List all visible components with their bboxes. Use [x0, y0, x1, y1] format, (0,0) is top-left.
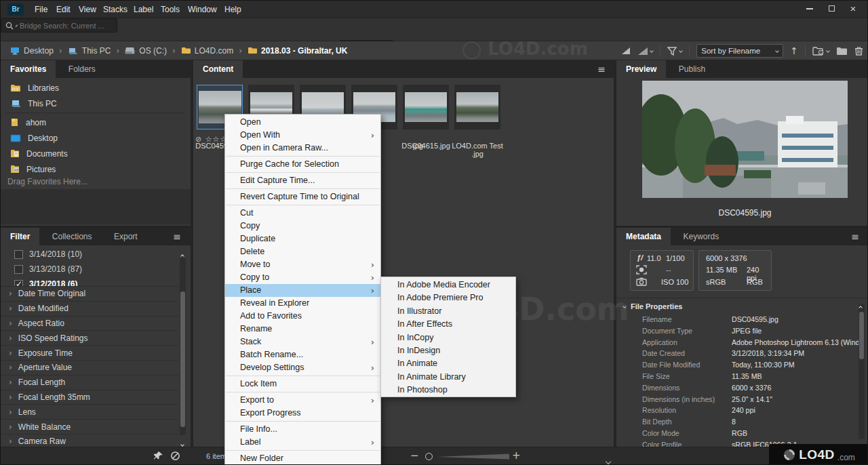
breadcrumb-current-folder[interactable]: 2018.03 - Gibraltar, UK — [248, 46, 347, 56]
view-options-chevron-icon[interactable] — [606, 454, 610, 465]
submenu-item-after-effects[interactable]: In After Effects — [381, 318, 515, 331]
search-chevron-icon[interactable] — [16, 24, 18, 27]
menu-item-stack[interactable]: Stack› — [225, 336, 380, 348]
menu-item-rename[interactable]: Rename — [225, 323, 380, 336]
sidebar-item-this-pc[interactable]: This PC — [1, 96, 191, 111]
menu-item-purge-cache[interactable]: Purge Cache for Selection — [225, 158, 380, 171]
menu-item-copy-to[interactable]: Copy to› — [225, 271, 380, 284]
menu-item-new-folder[interactable]: New Folder — [225, 452, 380, 465]
menu-item-cut[interactable]: Cut — [225, 207, 380, 220]
menu-item-add-to-favorites[interactable]: Add to Favorites — [225, 310, 380, 323]
breadcrumb-lo4d[interactable]: LO4D.com — [181, 46, 233, 56]
keep-filter-pin-icon[interactable] — [153, 451, 163, 461]
tab-publish[interactable]: Publish — [669, 60, 715, 78]
menu-item-open-in-camera-raw[interactable]: Open in Camera Raw... — [225, 142, 380, 155]
zoom-out-button[interactable]: − — [410, 449, 419, 462]
menu-item-copy[interactable]: Copy — [225, 220, 380, 232]
tab-filter[interactable]: Filter — [1, 228, 39, 245]
breadcrumb-this-pc[interactable]: This PC — [68, 46, 111, 56]
filter-group-date-modified[interactable]: ›Date Modified — [1, 301, 178, 316]
menu-item-revert-capture-time[interactable]: Revert Capture Time to Original — [225, 190, 380, 203]
filter-group-focal-length[interactable]: ›Focal Length — [1, 375, 178, 390]
menu-item-batch-rename[interactable]: Batch Rename... — [225, 348, 380, 361]
filter-group-iso-speed[interactable]: ›ISO Speed Ratings — [1, 330, 178, 345]
filter-group-lens[interactable]: ›Lens — [1, 404, 178, 419]
menu-item-move-to[interactable]: Move to› — [225, 258, 380, 271]
tab-preview[interactable]: Preview — [616, 60, 666, 78]
zoom-in-button[interactable]: + — [512, 449, 521, 462]
filter-date-row[interactable]: 3/13/2018 (87) — [1, 262, 178, 277]
thumbnail-quality-icon[interactable] — [621, 47, 631, 55]
submenu-item-animate-library[interactable]: In Animate Library — [381, 371, 515, 384]
menu-item-duplicate[interactable]: Duplicate — [225, 232, 380, 245]
filter-date-row[interactable]: 3/14/2018 (10) — [1, 247, 178, 262]
tab-folders[interactable]: Folders — [59, 60, 105, 78]
sidebar-item-documents[interactable]: Documents — [1, 146, 191, 161]
new-folder-icon[interactable] — [836, 47, 848, 56]
file-properties-header[interactable]: File Properties — [623, 302, 682, 310]
thumbnail-tile[interactable] — [454, 85, 500, 129]
menu-item-file-info[interactable]: File Info... — [225, 423, 380, 436]
thumbnail-quality-options-icon[interactable] — [637, 47, 653, 56]
sort-ascending-icon[interactable]: ↑ — [790, 45, 798, 56]
tab-content[interactable]: Content — [193, 60, 243, 78]
tab-keywords[interactable]: Keywords — [673, 228, 728, 245]
menu-item-delete[interactable]: Delete — [225, 245, 380, 258]
menu-item-export-to[interactable]: Export to› — [225, 394, 380, 407]
thumbnail-size-slider[interactable] — [436, 452, 509, 461]
content-menu-icon[interactable]: ≡ — [597, 64, 606, 75]
filter-checkbox[interactable] — [14, 265, 23, 274]
menu-item-reveal-in-explorer[interactable]: Reveal in Explorer — [225, 297, 380, 310]
search-input[interactable] — [20, 22, 116, 30]
submenu-item-animate[interactable]: In Animate — [381, 357, 515, 370]
filter-group-exposure-time[interactable]: ›Exposure Time — [1, 345, 178, 360]
breadcrumb-os-c[interactable]: OS (C:) — [125, 46, 167, 56]
filter-group-white-balance[interactable]: ›White Balance — [1, 419, 178, 434]
sidebar-item-libraries[interactable]: Libraries — [1, 80, 191, 96]
menubar-help[interactable]: Help — [216, 1, 250, 18]
preview-image[interactable] — [642, 81, 848, 198]
clear-filter-icon[interactable] — [170, 451, 180, 461]
maximize-button[interactable] — [821, 3, 842, 16]
filter-menu-icon[interactable]: ≡ — [173, 231, 181, 242]
submenu-item-premiere-pro[interactable]: In Adobe Premiere Pro — [381, 291, 515, 304]
search-icon[interactable] — [5, 22, 14, 30]
filter-funnel-icon[interactable] — [667, 47, 682, 56]
sidebar-item-pictures[interactable]: Pictures — [1, 161, 191, 177]
submenu-item-media-encoder[interactable]: In Adobe Media Encoder — [381, 279, 515, 291]
filter-group-date-time-original[interactable]: ›Date Time Original — [1, 286, 178, 301]
thumbnail-tile[interactable] — [403, 85, 449, 129]
minimize-button[interactable] — [800, 3, 820, 16]
breadcrumb-desktop[interactable]: Desktop — [10, 46, 54, 56]
filter-group-focal-length-35mm[interactable]: ›Focal Length 35mm — [1, 390, 178, 405]
menu-item-open[interactable]: Open — [225, 116, 380, 129]
submenu-item-illustrator[interactable]: In Illustrator — [381, 305, 515, 318]
metadata-menu-icon[interactable]: ≡ — [851, 231, 859, 242]
filter-group-aperture-value[interactable]: ›Aperture Value — [1, 360, 178, 375]
menu-item-export-progress[interactable]: Export Progress — [225, 407, 380, 420]
menu-item-lock-item[interactable]: Lock Item — [225, 378, 380, 390]
thumbnail-size-slider-thumb[interactable] — [425, 453, 433, 460]
menu-item-edit-capture-time[interactable]: Edit Capture Time... — [225, 174, 380, 187]
sort-dropdown[interactable]: Sort by Filename — [696, 44, 783, 58]
tab-collections[interactable]: Collections — [43, 228, 102, 245]
submenu-item-photoshop[interactable]: In Photoshop — [381, 384, 515, 397]
filter-group-aspect-ratio[interactable]: ›Aspect Ratio — [1, 316, 178, 331]
tab-favorites[interactable]: Favorites — [1, 60, 56, 78]
menu-item-develop-settings[interactable]: Develop Settings› — [225, 361, 380, 374]
scroll-up-icon[interactable] — [859, 300, 862, 312]
tab-export[interactable]: Export — [104, 228, 147, 245]
menu-item-label[interactable]: Label› — [225, 436, 380, 449]
tab-metadata[interactable]: Metadata — [616, 228, 671, 245]
filter-checkbox[interactable] — [14, 250, 23, 259]
metadata-scrollbar[interactable] — [859, 304, 865, 439]
menu-item-open-with[interactable]: Open With› — [225, 129, 380, 142]
sidebar-item-desktop[interactable]: Desktop — [1, 130, 191, 146]
submenu-item-incopy[interactable]: In InCopy — [381, 331, 515, 344]
delete-trash-icon[interactable] — [854, 46, 863, 56]
recent-folder-icon[interactable] — [812, 47, 829, 56]
submenu-item-indesign[interactable]: In InDesign — [381, 344, 515, 357]
filter-scrollbar[interactable] — [180, 258, 186, 435]
sidebar-item-ahom[interactable]: ahom — [1, 115, 191, 130]
close-button[interactable]: × — [843, 3, 863, 16]
